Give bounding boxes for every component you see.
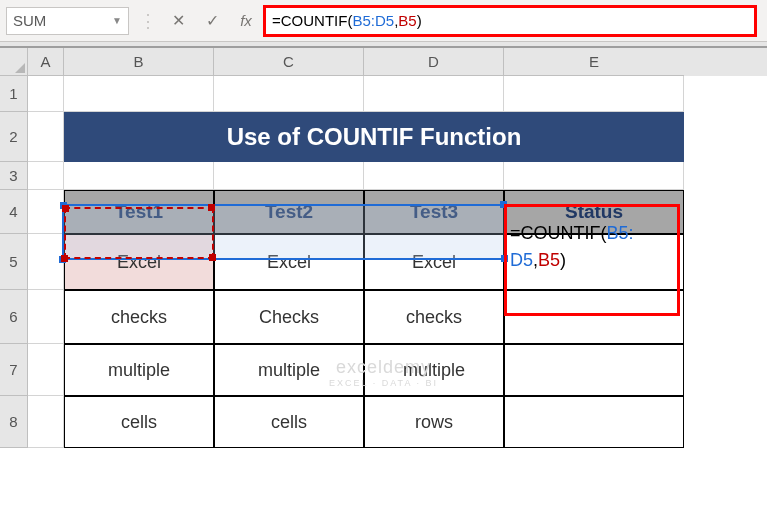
column-headers: A B C D E [0,48,767,76]
cell-E1[interactable] [504,76,684,112]
row-7: 7 multiple multiple multiple [0,344,767,396]
cell-C7[interactable]: multiple [214,344,364,396]
col-header-D[interactable]: D [364,48,504,76]
row-header-7[interactable]: 7 [0,344,28,396]
cell-E5[interactable] [504,234,684,290]
formula-bar: SUM ▼ ⋮ ✕ ✓ fx =COUNTIF(B5:D5,B5) [0,0,767,42]
col-header-B[interactable]: B [64,48,214,76]
formula-eq: = [272,12,281,29]
cell-C6[interactable]: Checks [214,290,364,344]
cell-A1[interactable] [28,76,64,112]
row-1: 1 [0,76,767,112]
cell-A8[interactable] [28,396,64,448]
header-test2[interactable]: Test2 [214,190,364,234]
row-header-2[interactable]: 2 [0,112,28,162]
cell-C5[interactable]: Excel [214,234,364,290]
cell-D5[interactable]: Excel [364,234,504,290]
spreadsheet-grid: A B C D E 1 2 Use of COUNTIF Function 3 … [0,48,767,448]
name-box[interactable]: SUM ▼ [6,7,129,35]
cell-C1[interactable] [214,76,364,112]
row-4: 4 Test1 Test2 Test3 Status [0,190,767,234]
cell-B7[interactable]: multiple [64,344,214,396]
row-header-1[interactable]: 1 [0,76,28,112]
enter-button[interactable]: ✓ [195,7,229,35]
row-2: 2 Use of COUNTIF Function [0,112,767,162]
cell-D8[interactable]: rows [364,396,504,448]
col-header-E[interactable]: E [504,48,684,76]
cell-E3[interactable] [504,162,684,190]
cell-B6[interactable]: checks [64,290,214,344]
fx-icon: fx [240,12,252,29]
cell-E6[interactable] [504,290,684,344]
header-test3[interactable]: Test3 [364,190,504,234]
row-5: 5 Excel Excel Excel [0,234,767,290]
cell-A6[interactable] [28,290,64,344]
formula-criteria: B5 [398,12,416,29]
row-header-6[interactable]: 6 [0,290,28,344]
title-cell[interactable]: Use of COUNTIF Function [64,112,684,162]
cell-D1[interactable] [364,76,504,112]
row-3: 3 [0,162,767,190]
cell-A5[interactable] [28,234,64,290]
formula-close: ) [417,12,422,29]
name-box-value: SUM [13,12,46,29]
cell-D7[interactable]: multiple [364,344,504,396]
cell-B8[interactable]: cells [64,396,214,448]
cell-B5[interactable]: Excel [64,234,214,290]
cell-B1[interactable] [64,76,214,112]
check-icon: ✓ [206,11,219,30]
cell-A4[interactable] [28,190,64,234]
cell-D6[interactable]: checks [364,290,504,344]
select-all-corner[interactable] [0,48,28,76]
header-test1[interactable]: Test1 [64,190,214,234]
row-6: 6 checks Checks checks [0,290,767,344]
cell-C8[interactable]: cells [214,396,364,448]
header-status[interactable]: Status [504,190,684,234]
cell-A3[interactable] [28,162,64,190]
row-8: 8 cells cells rows [0,396,767,448]
col-header-C[interactable]: C [214,48,364,76]
cell-A2[interactable] [28,112,64,162]
row-header-3[interactable]: 3 [0,162,28,190]
row-header-4[interactable]: 4 [0,190,28,234]
formula-fn: COUNTIF [281,12,348,29]
cancel-icon: ✕ [172,11,185,30]
dropdown-icon[interactable]: ▼ [112,15,122,26]
cell-D3[interactable] [364,162,504,190]
cell-E7[interactable] [504,344,684,396]
col-header-A[interactable]: A [28,48,64,76]
cell-C3[interactable] [214,162,364,190]
divider: ⋮ [135,10,161,32]
cancel-button[interactable]: ✕ [161,7,195,35]
row-header-8[interactable]: 8 [0,396,28,448]
cell-E8[interactable] [504,396,684,448]
formula-range: B5:D5 [352,12,394,29]
cell-A7[interactable] [28,344,64,396]
formula-input[interactable]: =COUNTIF(B5:D5,B5) [263,5,757,37]
fx-button[interactable]: fx [229,7,263,35]
cell-B3[interactable] [64,162,214,190]
row-header-5[interactable]: 5 [0,234,28,290]
